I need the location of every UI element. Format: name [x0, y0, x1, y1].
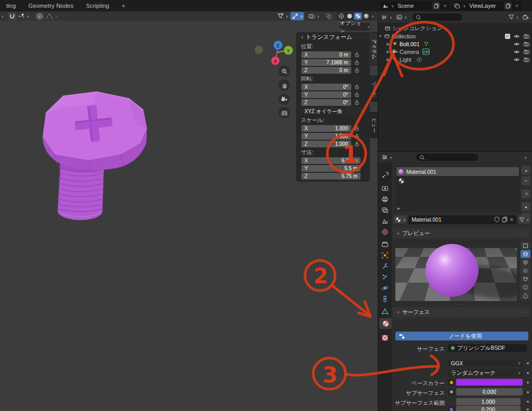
shading-rendered-button[interactable]	[362, 12, 370, 20]
browse-material-dropdown[interactable]: ∨	[394, 215, 407, 224]
eye-icon[interactable]	[513, 57, 520, 63]
animate-dot[interactable]	[527, 381, 529, 383]
location-z-field[interactable]: Z0 m	[301, 67, 351, 74]
bolt-3d-object[interactable]	[30, 82, 155, 227]
shading-material-preview-button[interactable]	[354, 12, 362, 20]
material-specials-dropdown[interactable]: ∨	[518, 215, 530, 224]
lock-open-icon[interactable]	[354, 84, 360, 90]
disclosure-collapsed-icon[interactable]: ▶	[386, 50, 390, 54]
value-socket[interactable]	[448, 389, 455, 395]
list-grip-icon[interactable]: ····	[454, 207, 462, 212]
lock-open-icon[interactable]	[354, 60, 360, 65]
chevron-down-icon[interactable]: ∨	[1, 15, 4, 18]
collection-checkbox[interactable]: ✓	[505, 34, 510, 39]
camera-restrict-icon[interactable]	[523, 41, 530, 47]
outliner-display-mode-dropdown[interactable]: ∨	[380, 13, 393, 21]
properties-search-input[interactable]	[416, 154, 478, 161]
tab-scene[interactable]	[378, 215, 392, 226]
new-collection-button[interactable]	[521, 13, 530, 21]
view-axis-gizmo[interactable]: Z Y X	[251, 39, 298, 71]
add-slot-button[interactable]: ＋	[522, 166, 530, 175]
outliner-filter-id-dropdown[interactable]: ∨	[395, 13, 408, 21]
rotation-x-field[interactable]: X0°	[301, 84, 351, 90]
animate-dot[interactable]	[527, 372, 529, 374]
tab-world[interactable]	[378, 226, 392, 237]
object-visibility-dropdown[interactable]: ∨	[276, 12, 289, 20]
remove-slot-button[interactable]: −	[522, 176, 530, 185]
gizmo-y-label[interactable]: Y	[287, 48, 290, 53]
editor-type-dropdown[interactable]: ∨	[380, 153, 393, 161]
distribution-dropdown[interactable]: GGX∨	[448, 359, 524, 367]
outliner-filter-dropdown[interactable]: ∨	[507, 13, 520, 21]
panel-collapse-icon[interactable]: ∨	[301, 35, 303, 39]
eye-icon[interactable]	[513, 49, 520, 55]
surface-panel-header[interactable]: ∨ サーフェス ····	[393, 307, 530, 317]
gizmo-axis-negative[interactable]	[255, 46, 263, 54]
chevron-down-icon[interactable]: ∨	[524, 156, 527, 159]
preview-monkey-button[interactable]	[521, 275, 530, 283]
outliner-search-input[interactable]	[413, 13, 462, 21]
overlays-toggle[interactable]: ∨	[307, 12, 321, 20]
xray-toggle[interactable]	[324, 12, 334, 20]
outliner-row-collection[interactable]: ▼ Collection ✓	[378, 32, 532, 40]
workspace-tab-clipped[interactable]: ting	[0, 0, 22, 11]
vector-socket[interactable]	[448, 406, 455, 411]
material-slot-row[interactable]: Material.001	[396, 167, 519, 176]
color-socket[interactable]	[448, 379, 455, 386]
rotation-mode-dropdown[interactable]: XYZ オイラー角∨	[301, 107, 367, 115]
location-x-field[interactable]: X0 m	[301, 51, 351, 58]
rotation-z-field[interactable]: Z0°	[301, 99, 351, 106]
tab-particles[interactable]	[378, 271, 392, 282]
move-slot-up-button[interactable]: ▲	[522, 202, 530, 211]
shading-solid-button[interactable]	[345, 12, 354, 20]
tab-modifiers[interactable]	[378, 261, 392, 271]
radius-x-field[interactable]: 1.000	[456, 398, 521, 405]
workspace-tab-scripting[interactable]: Scripting	[79, 0, 115, 11]
preview-fluid-button[interactable]	[521, 292, 530, 299]
snap-magnet-icon[interactable]	[8, 12, 17, 20]
dimensions-x-field[interactable]: X6.35 m	[301, 157, 361, 164]
proportional-falloff-dropdown[interactable]: ∨	[44, 12, 59, 20]
chevron-down-icon[interactable]: ∨	[371, 15, 374, 18]
pan-view-button[interactable]	[278, 79, 290, 91]
panel-resize-grip[interactable]: ····	[458, 302, 466, 307]
preview-panel-header[interactable]: ∨ プレビュー ····	[393, 228, 530, 238]
sidebar-tab-view[interactable]: ビュー	[369, 112, 378, 138]
tab-object[interactable]	[378, 250, 392, 261]
outliner-row-light[interactable]: ▶ Light	[378, 56, 532, 63]
lock-open-icon[interactable]	[354, 100, 360, 105]
tab-object-data[interactable]	[378, 306, 392, 317]
sidebar-tab-item[interactable]: アイテム	[369, 32, 378, 65]
material-name-field[interactable]: Material.001 ×	[408, 215, 516, 224]
new-viewlayer-icon[interactable]	[504, 2, 512, 10]
snap-with-dropdown[interactable]: ∨	[17, 12, 30, 20]
options-button[interactable]: オプション ∨	[340, 23, 370, 31]
close-viewlayer-icon[interactable]: ×	[513, 3, 520, 9]
preview-cloth-button[interactable]	[521, 283, 530, 291]
disclosure-collapsed-icon[interactable]: ▶	[386, 58, 390, 62]
gizmo-x-label[interactable]: X	[274, 59, 277, 64]
gizmo-toggle[interactable]: ∨	[290, 12, 304, 20]
new-material-copy-icon[interactable]	[502, 216, 508, 223]
tab-constraints[interactable]	[378, 293, 392, 304]
tab-material[interactable]	[379, 318, 392, 329]
location-y-field[interactable]: Y7.1988 m	[301, 59, 351, 66]
fake-user-shield-icon[interactable]	[494, 216, 500, 223]
disclosure-expanded-icon[interactable]: ▼	[378, 34, 382, 38]
animate-dot[interactable]	[527, 401, 529, 403]
camera-restrict-icon[interactable]	[523, 57, 530, 63]
tab-output[interactable]	[378, 194, 392, 204]
radius-y-field[interactable]: 0.200	[456, 406, 521, 411]
lock-open-icon[interactable]	[354, 141, 360, 147]
rotation-y-field[interactable]: Y0°	[301, 91, 351, 98]
panel-grip-icon[interactable]: ····	[358, 34, 366, 39]
tab-collection[interactable]	[378, 239, 392, 250]
preview-hair-button[interactable]	[521, 267, 530, 275]
preview-flat-button[interactable]	[521, 242, 530, 250]
eye-icon[interactable]	[513, 33, 520, 39]
dimensions-z-field[interactable]: Z6.75 m	[301, 173, 361, 180]
outliner-row-scene-collection[interactable]: シーンコレクション	[378, 24, 532, 32]
viewlayer-selector[interactable]: ∨ ViewLayer ×	[452, 2, 522, 10]
scale-x-field[interactable]: X1.000	[301, 125, 351, 132]
tab-render[interactable]	[378, 183, 392, 194]
